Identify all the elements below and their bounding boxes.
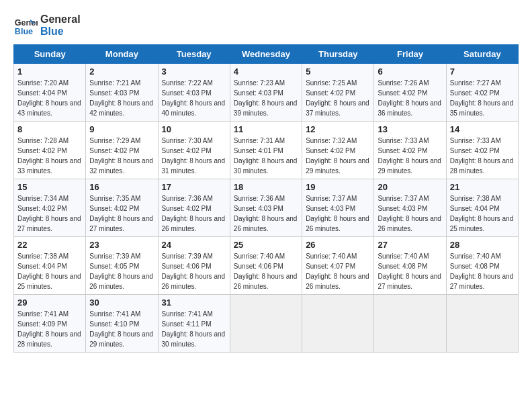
calendar-cell: 6 Sunrise: 7:26 AMSunset: 4:02 PMDayligh… [374, 64, 446, 122]
day-number: 9 [89, 124, 154, 134]
day-number: 26 [306, 240, 370, 250]
calendar-cell: 19 Sunrise: 7:37 AMSunset: 4:03 PMDaylig… [302, 179, 374, 237]
logo-blue: Blue [40, 26, 81, 38]
day-number: 13 [378, 124, 442, 134]
logo-general: General [40, 13, 81, 26]
col-header-saturday: Saturday [446, 45, 518, 64]
day-number: 19 [306, 182, 370, 192]
calendar-cell: 22 Sunrise: 7:38 AMSunset: 4:04 PMDaylig… [14, 237, 86, 295]
col-header-wednesday: Wednesday [230, 45, 302, 64]
day-number: 14 [450, 124, 515, 134]
day-number: 12 [306, 124, 370, 134]
calendar-cell: 28 Sunrise: 7:40 AMSunset: 4:08 PMDaylig… [446, 237, 518, 295]
day-info: Sunrise: 7:31 AMSunset: 4:01 PMDaylight:… [234, 136, 298, 176]
day-number: 17 [162, 182, 226, 192]
day-number: 6 [378, 66, 442, 77]
day-info: Sunrise: 7:32 AMSunset: 4:02 PMDaylight:… [306, 136, 370, 176]
day-number: 21 [450, 182, 515, 192]
day-number: 28 [450, 240, 515, 250]
col-header-tuesday: Tuesday [158, 45, 230, 64]
calendar-cell: 27 Sunrise: 7:40 AMSunset: 4:08 PMDaylig… [374, 237, 446, 295]
day-number: 24 [162, 240, 226, 250]
day-info: Sunrise: 7:41 AMSunset: 4:10 PMDaylight:… [89, 309, 154, 349]
logo-icon: General Blue [13, 13, 38, 38]
day-info: Sunrise: 7:38 AMSunset: 4:04 PMDaylight:… [450, 193, 515, 234]
day-number: 16 [89, 182, 154, 192]
calendar-cell: 25 Sunrise: 7:40 AMSunset: 4:06 PMDaylig… [230, 237, 302, 295]
calendar-cell: 23 Sunrise: 7:39 AMSunset: 4:05 PMDaylig… [86, 237, 158, 295]
day-info: Sunrise: 7:26 AMSunset: 4:02 PMDaylight:… [378, 78, 442, 118]
day-info: Sunrise: 7:41 AMSunset: 4:11 PMDaylight:… [162, 309, 226, 349]
day-number: 22 [17, 240, 82, 250]
calendar-cell: 8 Sunrise: 7:28 AMSunset: 4:02 PMDayligh… [14, 122, 86, 179]
day-info: Sunrise: 7:29 AMSunset: 4:02 PMDaylight:… [89, 136, 154, 176]
header: General Blue General Blue [13, 13, 519, 38]
day-info: Sunrise: 7:37 AMSunset: 4:03 PMDaylight:… [306, 193, 370, 234]
calendar-cell: 10 Sunrise: 7:30 AMSunset: 4:02 PMDaylig… [158, 122, 230, 179]
day-info: Sunrise: 7:36 AMSunset: 4:03 PMDaylight:… [234, 193, 298, 234]
day-info: Sunrise: 7:33 AMSunset: 4:02 PMDaylight:… [378, 136, 442, 176]
day-info: Sunrise: 7:27 AMSunset: 4:02 PMDaylight:… [450, 78, 515, 118]
calendar-table: SundayMondayTuesdayWednesdayThursdayFrid… [13, 44, 519, 353]
calendar-cell: 24 Sunrise: 7:39 AMSunset: 4:06 PMDaylig… [158, 237, 230, 295]
day-number: 8 [17, 124, 82, 134]
day-info: Sunrise: 7:40 AMSunset: 4:07 PMDaylight:… [306, 251, 370, 291]
day-number: 10 [162, 124, 226, 134]
calendar-cell: 9 Sunrise: 7:29 AMSunset: 4:02 PMDayligh… [86, 122, 158, 179]
day-info: Sunrise: 7:25 AMSunset: 4:02 PMDaylight:… [306, 78, 370, 118]
day-info: Sunrise: 7:40 AMSunset: 4:08 PMDaylight:… [450, 251, 515, 291]
day-info: Sunrise: 7:41 AMSunset: 4:09 PMDaylight:… [17, 309, 82, 349]
calendar-cell: 21 Sunrise: 7:38 AMSunset: 4:04 PMDaylig… [446, 179, 518, 237]
col-header-sunday: Sunday [14, 45, 86, 64]
day-number: 11 [234, 124, 298, 134]
day-number: 5 [306, 66, 370, 77]
day-info: Sunrise: 7:39 AMSunset: 4:06 PMDaylight:… [162, 251, 226, 291]
day-info: Sunrise: 7:34 AMSunset: 4:02 PMDaylight:… [17, 193, 82, 234]
day-info: Sunrise: 7:20 AMSunset: 4:04 PMDaylight:… [17, 78, 82, 118]
day-info: Sunrise: 7:22 AMSunset: 4:03 PMDaylight:… [162, 78, 226, 118]
day-number: 25 [234, 240, 298, 250]
day-number: 30 [89, 298, 154, 308]
calendar-cell: 17 Sunrise: 7:36 AMSunset: 4:02 PMDaylig… [158, 179, 230, 237]
day-number: 2 [89, 66, 154, 77]
day-info: Sunrise: 7:33 AMSunset: 4:02 PMDaylight:… [450, 136, 515, 176]
calendar-cell: 18 Sunrise: 7:36 AMSunset: 4:03 PMDaylig… [230, 179, 302, 237]
calendar-cell [230, 295, 302, 353]
day-number: 27 [378, 240, 442, 250]
calendar-cell: 3 Sunrise: 7:22 AMSunset: 4:03 PMDayligh… [158, 64, 230, 122]
calendar-cell: 5 Sunrise: 7:25 AMSunset: 4:02 PMDayligh… [302, 64, 374, 122]
day-number: 7 [450, 66, 515, 77]
calendar-cell: 1 Sunrise: 7:20 AMSunset: 4:04 PMDayligh… [14, 64, 86, 122]
calendar-cell: 31 Sunrise: 7:41 AMSunset: 4:11 PMDaylig… [158, 295, 230, 353]
calendar-cell: 15 Sunrise: 7:34 AMSunset: 4:02 PMDaylig… [14, 179, 86, 237]
calendar-cell: 2 Sunrise: 7:21 AMSunset: 4:03 PMDayligh… [86, 64, 158, 122]
calendar-cell: 26 Sunrise: 7:40 AMSunset: 4:07 PMDaylig… [302, 237, 374, 295]
calendar-cell: 11 Sunrise: 7:31 AMSunset: 4:01 PMDaylig… [230, 122, 302, 179]
day-info: Sunrise: 7:21 AMSunset: 4:03 PMDaylight:… [89, 78, 154, 118]
day-number: 20 [378, 182, 442, 192]
day-info: Sunrise: 7:40 AMSunset: 4:06 PMDaylight:… [234, 251, 298, 291]
day-info: Sunrise: 7:35 AMSunset: 4:02 PMDaylight:… [89, 193, 154, 234]
calendar-cell: 13 Sunrise: 7:33 AMSunset: 4:02 PMDaylig… [374, 122, 446, 179]
calendar-cell [446, 295, 518, 353]
day-number: 31 [162, 298, 226, 308]
day-number: 18 [234, 182, 298, 192]
day-info: Sunrise: 7:36 AMSunset: 4:02 PMDaylight:… [162, 193, 226, 234]
day-number: 1 [17, 66, 82, 77]
col-header-thursday: Thursday [302, 45, 374, 64]
day-info: Sunrise: 7:23 AMSunset: 4:03 PMDaylight:… [234, 78, 298, 118]
col-header-friday: Friday [374, 45, 446, 64]
logo: General Blue General Blue [13, 13, 81, 38]
calendar-cell: 30 Sunrise: 7:41 AMSunset: 4:10 PMDaylig… [86, 295, 158, 353]
calendar-cell: 29 Sunrise: 7:41 AMSunset: 4:09 PMDaylig… [14, 295, 86, 353]
calendar-cell: 20 Sunrise: 7:37 AMSunset: 4:03 PMDaylig… [374, 179, 446, 237]
day-number: 29 [17, 298, 82, 308]
day-number: 3 [162, 66, 226, 77]
day-info: Sunrise: 7:37 AMSunset: 4:03 PMDaylight:… [378, 193, 442, 234]
calendar-cell [374, 295, 446, 353]
day-info: Sunrise: 7:28 AMSunset: 4:02 PMDaylight:… [17, 136, 82, 176]
col-header-monday: Monday [86, 45, 158, 64]
calendar-cell: 16 Sunrise: 7:35 AMSunset: 4:02 PMDaylig… [86, 179, 158, 237]
day-info: Sunrise: 7:38 AMSunset: 4:04 PMDaylight:… [17, 251, 82, 291]
day-info: Sunrise: 7:39 AMSunset: 4:05 PMDaylight:… [89, 251, 154, 291]
